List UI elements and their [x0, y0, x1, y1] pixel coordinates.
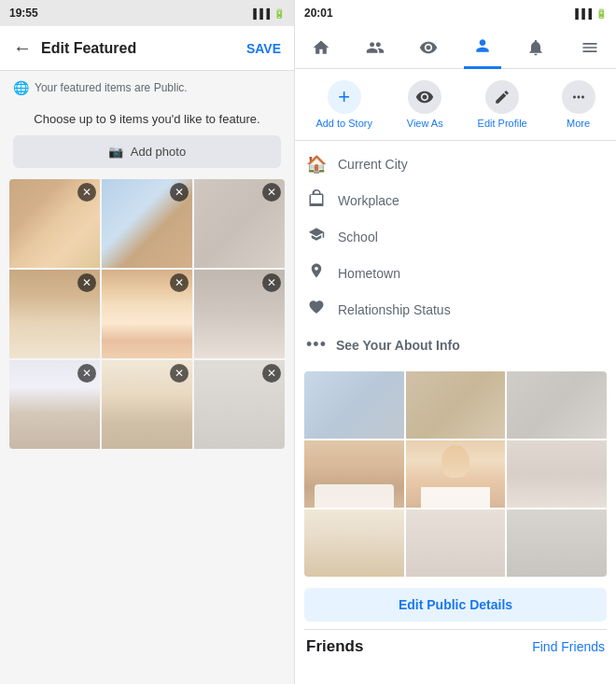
r-grid-cell-8	[507, 510, 607, 577]
grid-cell-8[interactable]: ✕	[194, 360, 285, 449]
r-grid-cell-2	[507, 371, 607, 439]
about-list: 🏠 Current City Workplace School Hometown	[295, 141, 616, 364]
page-title: Edit Featured	[41, 40, 136, 57]
battery-icon-right: 🔋	[595, 8, 607, 19]
photo-grid: ✕ ✕ ✕ ✕ ✕ ✕ ✕ ✕ ✕	[9, 179, 285, 449]
current-city-text: Current City	[338, 157, 408, 172]
hometown-text: Hometown	[338, 266, 400, 281]
add-photo-button[interactable]: 📷 Add photo	[13, 135, 281, 168]
nav-profile-button[interactable]	[464, 26, 501, 69]
school-icon	[306, 226, 327, 247]
city-icon: 🏠	[306, 154, 327, 174]
nav-bell-button[interactable]	[517, 29, 554, 66]
r-grid-cell-1	[406, 371, 506, 439]
see-about-info[interactable]: ••• See Your About Info	[306, 328, 605, 358]
save-button[interactable]: SAVE	[246, 41, 281, 56]
grid-cell-2[interactable]: ✕	[194, 179, 285, 268]
status-icons-left: ▐▐▐ 🔋	[250, 8, 285, 19]
signal-icon-right: ▐▐▐	[572, 8, 592, 19]
time-left: 19:55	[9, 7, 38, 20]
hometown-icon	[306, 262, 327, 284]
public-notice-text: Your featured items are Public.	[35, 81, 188, 94]
time-right: 20:01	[304, 7, 333, 20]
status-icons-right: ▐▐▐ 🔋	[572, 8, 607, 19]
grid-cell-1[interactable]: ✕	[102, 179, 192, 268]
status-bar-right: 20:01 ▐▐▐ 🔋	[295, 0, 616, 26]
edit-profile-label: Edit Profile	[478, 118, 527, 129]
remove-photo-2[interactable]: ✕	[262, 183, 281, 202]
r-grid-cell-5	[507, 440, 607, 508]
workplace-icon	[306, 189, 327, 211]
left-panel: 19:55 ▐▐▐ 🔋 ← Edit Featured SAVE 🌐 Your …	[0, 0, 294, 684]
view-as-button[interactable]: View As	[399, 77, 451, 133]
r-grid-cell-7	[406, 510, 506, 577]
camera-icon: 📷	[108, 145, 123, 159]
remove-photo-6[interactable]: ✕	[77, 364, 96, 383]
more-icon	[562, 80, 595, 114]
nav-friends-button[interactable]	[357, 29, 394, 66]
school-text: School	[338, 230, 378, 244]
edit-profile-icon	[485, 80, 519, 114]
more-label: More	[567, 118, 590, 129]
profile-actions: + Add to Story View As Edit Profile More	[295, 69, 616, 141]
view-as-label: View As	[407, 118, 443, 129]
add-story-label: Add to Story	[315, 118, 372, 129]
remove-photo-3[interactable]: ✕	[77, 273, 96, 292]
nav-menu-button[interactable]	[571, 29, 609, 66]
edit-public-details-button[interactable]: Edit Public Details	[304, 588, 607, 621]
about-school[interactable]: School	[306, 218, 605, 255]
see-about-icon: •••	[306, 335, 327, 355]
view-as-icon	[408, 80, 441, 114]
header-left: ← Edit Featured SAVE	[0, 26, 294, 71]
add-story-icon: +	[328, 80, 361, 114]
remove-photo-1[interactable]: ✕	[170, 183, 189, 202]
relationship-text: Relationship Status	[338, 302, 451, 317]
battery-icon: 🔋	[273, 8, 285, 19]
friends-title: Friends	[306, 637, 363, 656]
back-button[interactable]: ←	[13, 37, 32, 59]
see-about-link: See Your About Info	[336, 338, 460, 353]
about-relationship[interactable]: Relationship Status	[306, 291, 605, 328]
remove-photo-0[interactable]: ✕	[77, 183, 96, 202]
remove-photo-5[interactable]: ✕	[262, 273, 281, 292]
about-current-city[interactable]: 🏠 Current City	[306, 147, 605, 182]
grid-cell-3[interactable]: ✕	[9, 270, 100, 358]
public-notice: 🌐 Your featured items are Public.	[0, 71, 294, 105]
grid-cell-4[interactable]: ✕	[102, 270, 192, 358]
about-hometown[interactable]: Hometown	[306, 255, 605, 291]
top-nav	[295, 26, 616, 69]
right-photo-grid	[304, 371, 607, 577]
edit-profile-button[interactable]: Edit Profile	[470, 77, 535, 133]
r-grid-cell-4	[406, 440, 506, 508]
workplace-text: Workplace	[338, 193, 399, 208]
r-grid-cell-6	[304, 510, 404, 577]
globe-icon: 🌐	[13, 80, 29, 95]
add-photo-label: Add photo	[131, 145, 186, 159]
grid-cell-0[interactable]: ✕	[9, 179, 100, 268]
add-story-button[interactable]: + Add to Story	[308, 77, 380, 133]
signal-icon: ▐▐▐	[250, 8, 270, 19]
find-friends-link[interactable]: Find Friends	[532, 639, 605, 654]
right-panel: 20:01 ▐▐▐ 🔋 + Add to S	[294, 0, 616, 684]
remove-photo-7[interactable]: ✕	[170, 364, 189, 383]
more-button[interactable]: More	[554, 77, 603, 133]
friends-header: Friends Find Friends	[295, 630, 616, 660]
r-grid-cell-3	[304, 440, 404, 508]
header-left-title: ← Edit Featured	[13, 37, 136, 59]
photo-grid-container: ✕ ✕ ✕ ✕ ✕ ✕ ✕ ✕ ✕	[9, 179, 285, 684]
grid-cell-6[interactable]: ✕	[9, 360, 100, 449]
relationship-icon	[306, 299, 327, 320]
r-grid-cell-0	[304, 371, 404, 439]
choose-text: Choose up to 9 items you'd like to featu…	[0, 105, 294, 135]
nav-home-button[interactable]	[302, 29, 340, 66]
remove-photo-8[interactable]: ✕	[262, 364, 281, 383]
nav-watch-button[interactable]	[410, 29, 447, 66]
about-workplace[interactable]: Workplace	[306, 182, 605, 218]
remove-photo-4[interactable]: ✕	[170, 273, 189, 292]
grid-cell-5[interactable]: ✕	[194, 270, 285, 358]
grid-cell-7[interactable]: ✕	[102, 360, 192, 449]
status-bar-left: 19:55 ▐▐▐ 🔋	[0, 0, 294, 26]
